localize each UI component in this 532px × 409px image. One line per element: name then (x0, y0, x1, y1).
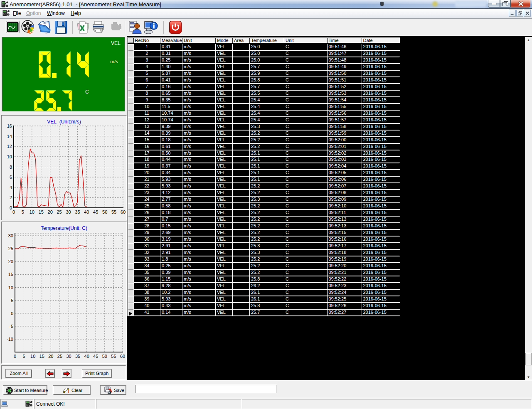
svg-text:5: 5 (11, 298, 13, 303)
svg-text:10: 10 (30, 354, 35, 359)
svg-text:55: 55 (111, 354, 116, 359)
svg-text:5: 5 (22, 209, 24, 214)
svg-text:35: 35 (75, 354, 80, 359)
svg-text:30: 30 (8, 233, 13, 238)
svg-text:15: 15 (8, 272, 13, 277)
svg-text:25: 25 (57, 354, 62, 359)
svg-text:16: 16 (7, 123, 12, 128)
svg-text:VEL (Unit:m/s): VEL (Unit:m/s) (47, 119, 81, 125)
svg-text:20: 20 (48, 354, 53, 359)
svg-text:2: 2 (10, 195, 12, 200)
svg-text:-5: -5 (9, 324, 13, 329)
svg-text:4: 4 (10, 185, 12, 190)
svg-text:0: 0 (12, 209, 15, 214)
svg-text:0: 0 (10, 205, 12, 210)
svg-text:55: 55 (111, 209, 116, 214)
svg-text:0: 0 (11, 311, 13, 316)
svg-text:12: 12 (7, 144, 12, 149)
svg-text:10: 10 (30, 209, 34, 214)
svg-text:40: 40 (84, 354, 89, 359)
svg-text:60: 60 (121, 209, 126, 214)
svg-text:10: 10 (8, 285, 13, 290)
svg-text:Temperature(Unit: C): Temperature(Unit: C) (41, 225, 87, 231)
svg-text:25: 25 (57, 209, 62, 214)
svg-text:5: 5 (23, 354, 25, 359)
svg-text:45: 45 (93, 209, 98, 214)
svg-text:14: 14 (7, 134, 12, 139)
svg-text:30: 30 (66, 209, 71, 214)
svg-text:25: 25 (8, 246, 13, 251)
svg-text:0: 0 (14, 354, 16, 359)
svg-text:60: 60 (120, 354, 125, 359)
svg-text:50: 50 (102, 209, 107, 214)
svg-text:20: 20 (48, 209, 53, 214)
svg-text:10: 10 (7, 154, 12, 159)
svg-text:40: 40 (84, 209, 89, 214)
svg-text:15: 15 (39, 209, 44, 214)
svg-text:50: 50 (102, 354, 107, 359)
svg-text:20: 20 (8, 259, 13, 264)
svg-text:45: 45 (93, 354, 98, 359)
svg-text:35: 35 (75, 209, 80, 214)
svg-text:30: 30 (66, 354, 71, 359)
svg-text:8: 8 (10, 165, 12, 170)
svg-text:-10: -10 (7, 337, 13, 342)
svg-text:6: 6 (10, 175, 12, 180)
svg-text:15: 15 (39, 354, 44, 359)
